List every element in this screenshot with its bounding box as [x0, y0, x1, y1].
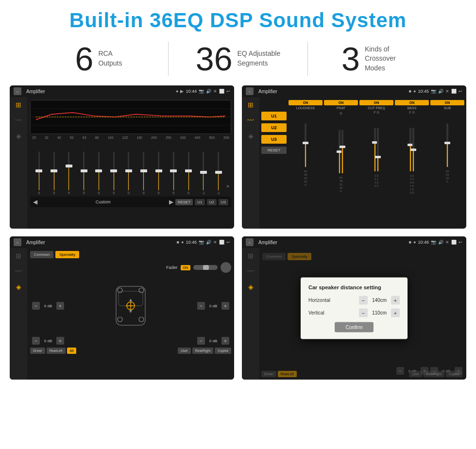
- horizontal-minus-btn[interactable]: −: [359, 296, 368, 304]
- speaker-layout-container: − 0 dB +: [30, 277, 231, 345]
- bass-slider-g[interactable]: [412, 128, 414, 171]
- eq-u1-btn[interactable]: U1: [195, 199, 204, 205]
- eq-slider-4[interactable]: 0: [92, 151, 106, 195]
- fader-slider[interactable]: [193, 265, 218, 270]
- tl-minus-btn[interactable]: −: [32, 302, 40, 310]
- home-icon-1[interactable]: ⌂: [14, 87, 21, 95]
- eq-slider-5[interactable]: 0: [107, 151, 121, 195]
- close-icon-1[interactable]: ✕: [213, 89, 217, 94]
- expand-icon[interactable]: »: [226, 183, 229, 189]
- speaker-icon-4[interactable]: ◈: [248, 283, 254, 291]
- br-minus-btn[interactable]: −: [197, 337, 205, 345]
- confirm-button[interactable]: Confirm: [335, 322, 374, 332]
- eq-slider-9[interactable]: 0: [167, 151, 181, 195]
- dialog-horizontal-row: Horizontal − 140cm +: [308, 296, 400, 304]
- driver-btn[interactable]: Driver: [30, 348, 45, 354]
- header: Built-in 36EQ DSP Sound System: [0, 0, 476, 37]
- wave-icon[interactable]: 〰: [15, 116, 22, 124]
- eq-icon-2[interactable]: ⊞: [248, 101, 254, 109]
- cutfreq-slider-f[interactable]: [374, 128, 376, 171]
- rearright-btn[interactable]: RearRight: [192, 348, 214, 354]
- speaker-icon[interactable]: ◈: [16, 132, 21, 140]
- freq-500: 500: [209, 136, 215, 139]
- eq-u2-btn[interactable]: U2: [207, 199, 217, 205]
- eq-u3-btn[interactable]: U3: [219, 199, 228, 205]
- close-icon-2[interactable]: ✕: [445, 89, 449, 94]
- stats-row: 6 RCAOutputs 36 EQ AdjustableSegments 3 …: [0, 37, 476, 85]
- eq-icon-active[interactable]: ⊞: [16, 101, 21, 109]
- cutfreq-on-btn[interactable]: ON: [359, 100, 393, 105]
- tab-specialty[interactable]: Specialty: [55, 251, 79, 258]
- tl-plus-btn[interactable]: +: [56, 302, 64, 310]
- back-icon-1[interactable]: ↩: [226, 89, 230, 94]
- bot-left-db: − 0 dB +: [32, 337, 64, 345]
- eq-slider-6[interactable]: 0: [122, 151, 136, 195]
- back-icon-2[interactable]: ↩: [459, 89, 462, 94]
- phat-on-btn[interactable]: ON: [324, 100, 358, 105]
- cutfreq-slider-g[interactable]: [377, 128, 379, 171]
- back-icon-3[interactable]: ↩: [226, 240, 230, 245]
- copilot-btn[interactable]: Copilot: [215, 348, 231, 354]
- eq-reset-btn[interactable]: RESET: [175, 199, 193, 205]
- phat-slider-f[interactable]: [341, 130, 343, 173]
- user-btn[interactable]: User: [178, 348, 191, 354]
- fader-on-btn[interactable]: ON: [181, 265, 191, 270]
- eq-icon-3[interactable]: ⊞: [16, 252, 21, 260]
- sub-on-btn[interactable]: ON: [430, 100, 464, 105]
- close-icon-4[interactable]: ✕: [445, 240, 449, 245]
- status-bar-2: ⌂ Amplifier ■ ● 10:45 📷 🔊 ✕ ⬜ ↩: [242, 85, 466, 97]
- eq-slider-3[interactable]: 0: [77, 151, 91, 195]
- tr-minus-btn[interactable]: −: [197, 302, 205, 310]
- u3-btn[interactable]: U3: [261, 135, 287, 144]
- speaker-icon-3-active[interactable]: ◈: [16, 283, 21, 291]
- cutfreq-label: CUT FREQ: [368, 106, 385, 110]
- wave-icon-3[interactable]: 〰: [15, 267, 22, 275]
- wave-icon-4[interactable]: 〰: [247, 267, 254, 275]
- phat-slider-g[interactable]: [339, 130, 340, 173]
- close-icon-3[interactable]: ✕: [213, 240, 217, 245]
- bl-minus-btn[interactable]: −: [32, 337, 40, 345]
- crossover-labels: U1 U2 U3 RESET: [261, 100, 287, 226]
- rearleft-btn[interactable]: RearLeft: [47, 348, 66, 354]
- dialog-title: Car speaker distance setting: [308, 284, 400, 290]
- screen1-main: 25 32 40 50 63 80 100 125 160 200 250 32…: [27, 97, 234, 229]
- vertical-minus-btn[interactable]: −: [359, 308, 368, 317]
- eq-slider-10[interactable]: 0: [182, 151, 196, 195]
- u2-btn[interactable]: U2: [261, 123, 287, 132]
- home-icon-4[interactable]: ⌂: [246, 238, 254, 246]
- horizontal-plus-btn[interactable]: +: [391, 296, 400, 304]
- eq-slider-2[interactable]: 5: [62, 151, 76, 195]
- eq-icon-4[interactable]: ⊞: [248, 252, 254, 260]
- speaker-icon-2[interactable]: ◈: [248, 132, 254, 140]
- distance-dialog: Car speaker distance setting Horizontal …: [301, 277, 408, 339]
- sub-label: SUB: [444, 106, 451, 110]
- phat-slider-area: [339, 117, 343, 175]
- profile-icon[interactable]: [221, 262, 231, 273]
- eq-slider-8[interactable]: 0: [152, 151, 166, 195]
- wave-icon-2[interactable]: 〰: [247, 116, 254, 124]
- br-plus-btn[interactable]: +: [221, 337, 229, 345]
- tr-plus-btn[interactable]: +: [221, 302, 229, 310]
- eq-slider-0[interactable]: 0: [32, 151, 46, 195]
- bass-on-btn[interactable]: ON: [395, 100, 429, 105]
- loudness-on-btn[interactable]: ON: [289, 100, 323, 105]
- all-btn[interactable]: All: [67, 348, 77, 354]
- back-icon-4[interactable]: ↩: [459, 240, 462, 245]
- eq-slider-1[interactable]: 0: [47, 151, 61, 195]
- crossover-reset-btn[interactable]: RESET: [261, 147, 287, 154]
- eq-slider-11[interactable]: -1: [196, 151, 210, 195]
- sub-slider[interactable]: [446, 123, 448, 167]
- eq-prev-btn[interactable]: ◀: [33, 199, 37, 205]
- u1-btn[interactable]: U1: [261, 112, 287, 120]
- eq-slider-7[interactable]: 0: [136, 151, 151, 195]
- eq-next-btn[interactable]: ▶: [169, 199, 173, 205]
- home-icon-3[interactable]: ⌂: [14, 238, 21, 246]
- status-icons-2: ■ ● 10:45 📷 🔊 ✕ ⬜ ↩: [409, 89, 462, 94]
- bl-plus-btn[interactable]: +: [56, 337, 64, 345]
- eq-slider-12[interactable]: -1: [211, 151, 225, 195]
- vertical-plus-btn[interactable]: +: [391, 308, 400, 317]
- screen2-main: U1 U2 U3 RESET ON LOUDNESS: [259, 97, 466, 229]
- tab-common[interactable]: Common: [30, 251, 53, 258]
- home-icon-2[interactable]: ⌂: [246, 87, 254, 95]
- loudness-slider[interactable]: [305, 123, 306, 167]
